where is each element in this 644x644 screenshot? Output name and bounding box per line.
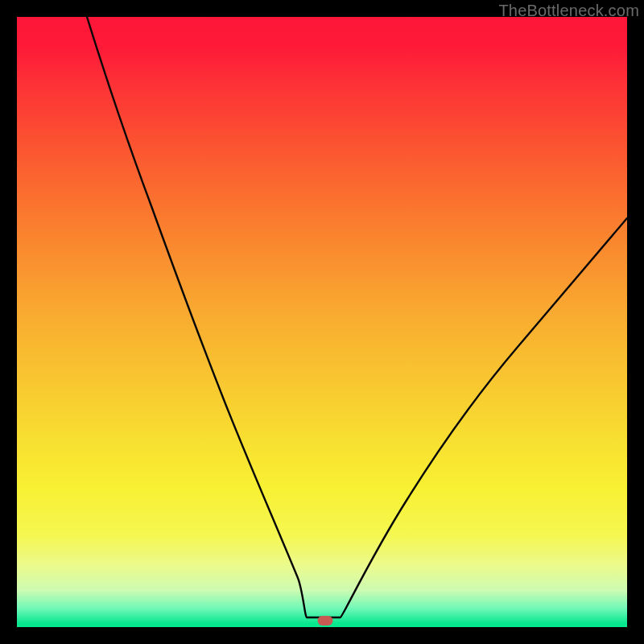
curve-path — [87, 17, 627, 617]
bottleneck-curve — [17, 17, 627, 627]
plot-area — [17, 17, 627, 627]
chart-frame: TheBottleneck.com — [0, 0, 644, 644]
valley-marker — [318, 616, 333, 625]
watermark-text: TheBottleneck.com — [498, 2, 639, 20]
